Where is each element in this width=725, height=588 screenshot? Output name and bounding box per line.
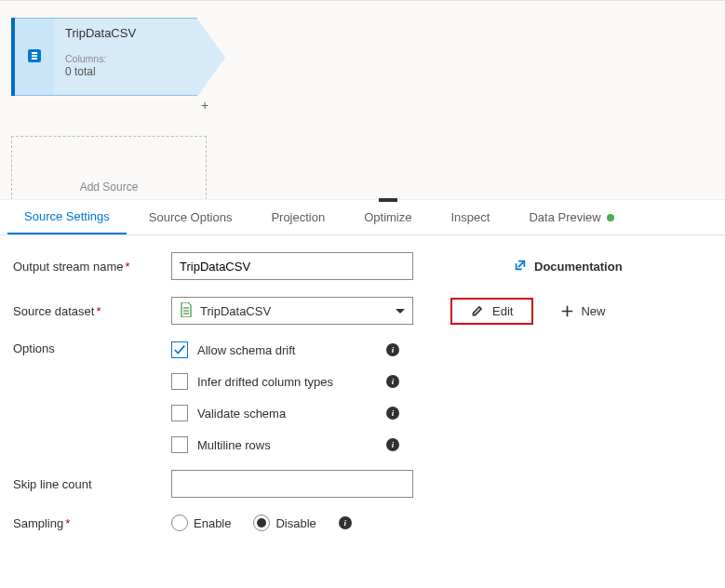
- edit-button[interactable]: Edit: [450, 298, 533, 325]
- source-settings-form: Output stream name* Documentation Source…: [0, 235, 725, 588]
- dataset-icon: [27, 48, 42, 66]
- source-dataset-label: Source dataset*: [13, 304, 171, 318]
- option-multiline-rows: Multiline rows i: [171, 436, 399, 453]
- sampling-label: Sampling*: [13, 516, 171, 530]
- source-node[interactable]: TripDataCSV Columns: 0 total: [11, 18, 197, 96]
- tab-projection[interactable]: Projection: [254, 200, 342, 234]
- tab-optimize[interactable]: Optimize: [347, 200, 428, 234]
- new-button[interactable]: New: [561, 304, 605, 318]
- flow-canvas: TripDataCSV Columns: 0 total + Add Sourc…: [0, 0, 725, 200]
- radio-circle-icon: [171, 514, 188, 531]
- columns-count: 0 total: [65, 65, 186, 78]
- option-allow-schema-drift: Allow schema drift i: [171, 341, 399, 358]
- options-label: Options: [13, 341, 171, 355]
- checkbox-allow-schema-drift[interactable]: [171, 341, 188, 358]
- plus-icon: [561, 305, 573, 317]
- info-icon[interactable]: i: [386, 343, 399, 356]
- documentation-link[interactable]: Documentation: [514, 259, 623, 274]
- option-infer-types: Infer drifted column types i: [171, 373, 399, 390]
- source-node-icon-area: [15, 18, 54, 96]
- radio-circle-icon: [253, 514, 270, 531]
- output-stream-input[interactable]: [171, 252, 413, 280]
- add-source-label: Add Source: [80, 180, 139, 194]
- source-dataset-select[interactable]: TripDataCSV: [171, 297, 413, 325]
- status-dot-icon: [607, 214, 614, 221]
- tab-marker: [379, 198, 397, 202]
- tab-source-options[interactable]: Source Options: [132, 200, 249, 234]
- options-row: Options Allow schema drift i Infer drift…: [13, 341, 712, 453]
- tab-data-preview[interactable]: Data Preview: [512, 200, 630, 234]
- node-arrow-icon: [197, 19, 225, 97]
- info-icon[interactable]: i: [386, 438, 399, 451]
- sampling-row: Sampling* Enable Disable i: [13, 514, 712, 531]
- tab-bar: Source Settings Source Options Projectio…: [0, 200, 725, 235]
- radio-disable[interactable]: Disable: [253, 514, 316, 531]
- option-validate-schema: Validate schema i: [171, 405, 399, 421]
- pencil-icon: [471, 305, 483, 317]
- info-icon[interactable]: i: [386, 407, 399, 420]
- chevron-down-icon: [396, 309, 405, 314]
- add-source-placeholder[interactable]: Add Source: [11, 136, 207, 200]
- external-link-icon: [514, 259, 527, 274]
- checkbox-validate-schema[interactable]: [171, 405, 188, 421]
- info-icon[interactable]: i: [386, 375, 399, 388]
- source-node-title: TripDataCSV: [65, 26, 186, 40]
- skip-line-label: Skip line count: [13, 477, 171, 491]
- source-dataset-value: TripDataCSV: [200, 304, 271, 318]
- skip-line-row: Skip line count: [13, 470, 712, 498]
- checkbox-multiline-rows[interactable]: [171, 436, 188, 453]
- tab-inspect[interactable]: Inspect: [435, 200, 507, 234]
- radio-enable[interactable]: Enable: [171, 514, 231, 531]
- add-branch-button[interactable]: +: [201, 98, 208, 113]
- columns-label: Columns:: [65, 53, 186, 65]
- source-node-body: TripDataCSV Columns: 0 total: [54, 18, 197, 96]
- output-stream-label: Output stream name*: [13, 260, 171, 274]
- skip-line-input[interactable]: [171, 470, 413, 498]
- tab-source-settings[interactable]: Source Settings: [7, 200, 127, 234]
- checkbox-infer-types[interactable]: [171, 373, 188, 390]
- source-dataset-row: Source dataset* TripDataCSV Edit New: [13, 297, 712, 325]
- info-icon[interactable]: i: [339, 516, 352, 529]
- output-stream-row: Output stream name* Documentation: [13, 252, 712, 280]
- csv-file-icon: [180, 302, 193, 320]
